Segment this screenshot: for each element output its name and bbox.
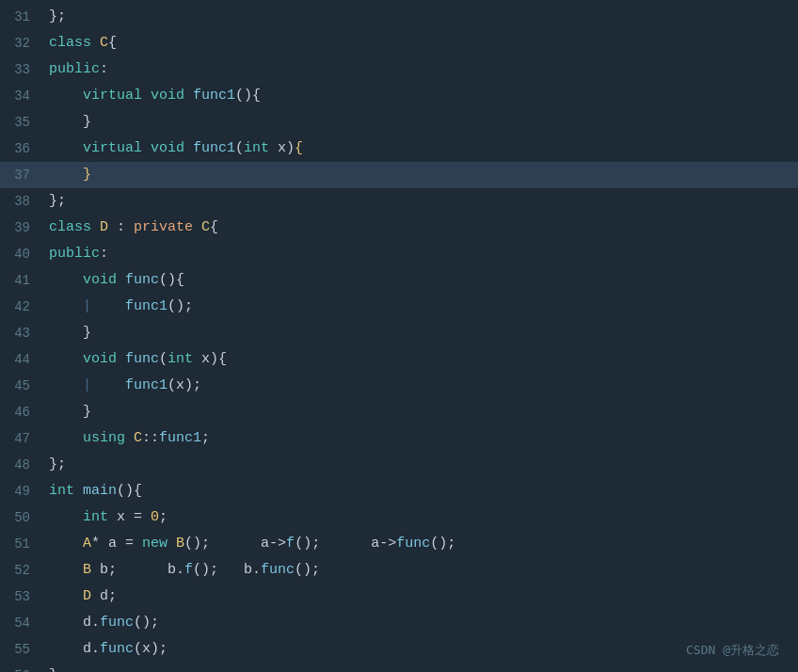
line-content: public: (45, 58, 787, 81)
line-number: 52 (0, 560, 45, 581)
line-content: }; (45, 6, 787, 28)
line-number: 56 (0, 665, 45, 672)
line-content: } (45, 164, 787, 186)
line-content: B b; b.f(); b.func(); (45, 559, 787, 582)
code-line: 50 int x = 0; (0, 504, 798, 531)
line-number: 35 (0, 112, 45, 133)
line-content: using C::func1; (45, 427, 787, 450)
line-content: D d; (45, 585, 787, 608)
line-number: 47 (0, 428, 45, 449)
code-line: 46 } (0, 399, 798, 425)
code-line: 34 virtual void func1(){ (0, 83, 798, 109)
code-line: 47 using C::func1; (0, 425, 798, 452)
line-number: 36 (0, 138, 45, 159)
line-number: 51 (0, 534, 45, 554)
code-line: 42 | func1(); (0, 294, 798, 320)
line-number: 31 (0, 7, 45, 27)
line-content: virtual void func1(int x){ (45, 137, 787, 160)
line-content: } (45, 111, 787, 134)
line-number: 32 (0, 33, 45, 54)
line-number: 50 (0, 507, 45, 528)
line-content: } (45, 664, 787, 672)
code-line: 44 void func(int x){ (0, 346, 798, 373)
line-content: class C{ (45, 32, 787, 55)
line-number: 38 (0, 191, 45, 212)
line-number: 37 (0, 165, 45, 185)
line-number: 44 (0, 349, 45, 370)
code-line: 52 B b; b.f(); b.func(); (0, 557, 798, 584)
code-line: 39 class D : private C{ (0, 215, 798, 241)
code-line: 33 public: (0, 56, 798, 83)
code-line: 49 int main(){ (0, 478, 798, 504)
line-content: class D : private C{ (45, 216, 787, 239)
code-line: 35 } (0, 109, 798, 136)
code-line: 48 }; (0, 452, 798, 478)
line-content: d.func(); (45, 612, 787, 634)
code-editor: 31 }; 32 class C{ 33 public: 34 virtual … (0, 0, 798, 672)
code-line: 40 public: (0, 241, 798, 267)
line-content: public: (45, 243, 787, 265)
line-number: 42 (0, 296, 45, 317)
line-content: | func1(x); (45, 375, 787, 397)
code-line: 55 d.func(x); (0, 636, 798, 663)
line-number: 48 (0, 455, 45, 475)
line-content: virtual void func1(){ (45, 85, 787, 107)
watermark: CSDN @升格之恋 (686, 641, 779, 661)
line-content: A* a = new B(); a->f(); a->func(); (45, 533, 787, 555)
code-line: 54 d.func(); (0, 610, 798, 636)
line-content: int x = 0; (45, 506, 787, 529)
line-content: } (45, 322, 787, 344)
line-number: 41 (0, 270, 45, 291)
line-number: 33 (0, 59, 45, 80)
code-line: 31 }; (0, 4, 798, 30)
line-content: int main(){ (45, 480, 787, 503)
line-number: 45 (0, 376, 45, 396)
line-content: | func1(); (45, 296, 787, 318)
line-content: }; (45, 190, 787, 213)
line-number: 40 (0, 244, 45, 264)
code-line: 37 } (0, 162, 798, 188)
line-number: 39 (0, 217, 45, 238)
line-content: }; (45, 454, 787, 476)
code-line: 38 }; (0, 188, 798, 215)
line-number: 46 (0, 402, 45, 423)
line-number: 55 (0, 639, 45, 660)
code-line: 41 void func(){ (0, 267, 798, 294)
code-line: 51 A* a = new B(); a->f(); a->func(); (0, 531, 798, 557)
line-content: void func(){ (45, 269, 787, 292)
line-content: void func(int x){ (45, 348, 787, 371)
line-number: 34 (0, 86, 45, 106)
line-number: 43 (0, 323, 45, 344)
line-number: 53 (0, 586, 45, 607)
code-line: 43 } (0, 320, 798, 346)
line-number: 49 (0, 481, 45, 502)
line-content: d.func(x); (45, 638, 787, 661)
code-line: 32 class C{ (0, 30, 798, 56)
line-content: } (45, 401, 787, 424)
code-line: 36 virtual void func1(int x){ (0, 136, 798, 162)
code-line: 53 D d; (0, 584, 798, 610)
code-line: 45 | func1(x); (0, 373, 798, 399)
code-line: 56 } (0, 663, 798, 672)
line-number: 54 (0, 613, 45, 633)
